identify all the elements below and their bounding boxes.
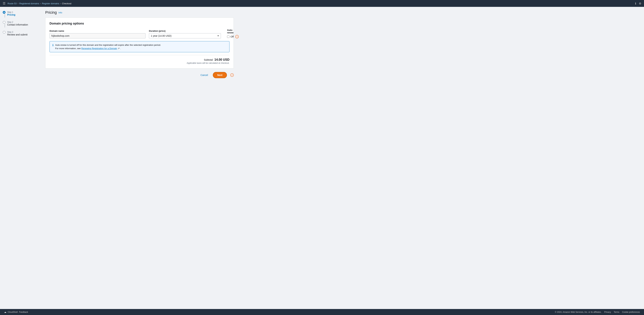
annotation-badge-1: 1	[235, 35, 239, 38]
step-3-labels: Step 3 Review and submit	[7, 31, 28, 36]
step-2-indicator	[3, 21, 6, 24]
info-icon[interactable]: ℹ	[635, 2, 636, 5]
pricing-card: Domain pricing options Domain name Durat…	[45, 18, 234, 68]
subtotal-label: Subtotal:	[204, 58, 213, 61]
info-link[interactable]: Info	[58, 11, 62, 14]
breadcrumb-register-domains[interactable]: Register domains	[42, 2, 59, 5]
step-1-item: Step 1 Pricing	[3, 11, 15, 18]
info-box: ℹ Auto-renew is turned off for this doma…	[50, 41, 230, 52]
breadcrumb: Route 53 › Registered domains › Register…	[8, 2, 71, 5]
domain-name-group: Domain name	[50, 30, 146, 38]
terms-link[interactable]: Terms	[614, 311, 619, 313]
auto-renew-label: Auto-renew	[227, 29, 239, 34]
cancel-button[interactable]: Cancel	[198, 73, 210, 78]
auto-renew-control: Off 1	[227, 35, 239, 38]
info-box-suffix: .	[120, 47, 121, 50]
breadcrumb-registered-domains[interactable]: Registered domains	[19, 2, 39, 5]
breadcrumb-route53[interactable]: Route 53	[8, 2, 16, 5]
domain-name-label: Domain name	[50, 30, 146, 32]
privacy-link[interactable]: Privacy	[604, 311, 611, 313]
breadcrumb-sep-2: ›	[40, 2, 41, 5]
duration-select[interactable]: 1 year (14.00 USD) 2 years (28.00 USD) 3…	[149, 33, 221, 38]
info-box-external-icon: ↗	[118, 47, 120, 50]
breadcrumb-sep-3: ›	[60, 2, 61, 5]
page-title: Pricing	[45, 10, 57, 15]
footer-right: © 2024, Amazon Web Services, Inc. or its…	[555, 311, 640, 313]
duration-label: Duration (price)	[149, 30, 221, 32]
auto-renew-state: Off	[230, 35, 234, 38]
content-area: Pricing Info Domain pricing options Doma…	[41, 7, 644, 309]
main-layout: Step 1 Pricing Step 2 Contact informatio…	[0, 7, 644, 309]
info-box-text: Auto-renew is turned off for this domain…	[55, 43, 161, 50]
renewing-registration-link[interactable]: Renewing Registration for a Domain	[81, 47, 117, 50]
step-3-indicator	[3, 31, 6, 34]
step-2-labels: Step 2 Contact information	[7, 21, 28, 26]
cloudshell-icon: ☁	[4, 311, 6, 313]
step-1-name: Pricing	[7, 13, 15, 16]
step-2-name: Contact information	[7, 23, 28, 26]
auto-renew-checkbox[interactable]	[227, 36, 230, 38]
duration-group: Duration (price) 1 year (14.00 USD) 2 ye…	[149, 30, 221, 38]
annotation-badge-2: 2	[230, 73, 234, 77]
subtotal-section: Subtotal: 14.00 USD Applicable taxes wil…	[50, 55, 230, 64]
card-title: Domain pricing options	[50, 22, 230, 25]
step-2-item: Step 2 Contact information	[3, 21, 28, 28]
sidebar: Step 1 Pricing Step 2 Contact informatio…	[0, 7, 41, 309]
next-button[interactable]: Next	[213, 72, 227, 78]
step-connector-2	[5, 24, 5, 28]
auto-renew-group: Auto-renew Off 1	[227, 29, 239, 38]
step-3-name: Review and submit	[7, 33, 28, 36]
topbar: ☰ Route 53 › Registered domains › Regist…	[0, 0, 644, 7]
info-box-for-more: For more information, see	[55, 47, 81, 50]
footer-left: ☁ CloudShell Feedback	[4, 311, 28, 313]
step-connector-1	[5, 14, 5, 18]
step-3-number: Step 3	[7, 31, 28, 33]
cloudshell-label: CloudShell	[8, 311, 18, 313]
step-1-number: Step 1	[7, 11, 15, 13]
step-2-number: Step 2	[7, 21, 28, 23]
footer-copyright: © 2024, Amazon Web Services, Inc. or its…	[555, 311, 602, 313]
footer: ☁ CloudShell Feedback © 2024, Amazon Web…	[0, 309, 644, 315]
duration-select-wrap: 1 year (14.00 USD) 2 years (28.00 USD) 3…	[149, 33, 221, 38]
step-3-item: Step 3 Review and submit	[3, 31, 28, 36]
subtotal-amount: 14.00 USD	[214, 58, 230, 62]
settings-icon[interactable]: ⚙	[639, 2, 641, 5]
actions-row: Cancel Next 2	[45, 72, 234, 78]
menu-icon[interactable]: ☰	[3, 2, 6, 5]
breadcrumb-sep-1: ›	[18, 2, 18, 5]
page-title-row: Pricing Info	[45, 10, 640, 15]
domain-name-input[interactable]	[50, 33, 146, 38]
subtotal-tax-note: Applicable taxes will be calculated at c…	[50, 62, 230, 64]
info-box-main-text: Auto-renew is turned off for this domain…	[55, 44, 161, 46]
info-circle-icon: ℹ	[52, 44, 54, 47]
topbar-actions: ℹ ⚙	[635, 2, 641, 5]
step-1-indicator	[3, 11, 6, 14]
feedback-link[interactable]: Feedback	[19, 311, 28, 313]
cookie-preferences-link[interactable]: Cookie preferences	[622, 311, 640, 313]
step-1-labels: Step 1 Pricing	[7, 11, 15, 16]
pricing-form-row: Domain name Duration (price) 1 year (14.…	[50, 29, 230, 38]
breadcrumb-checkout: Checkout	[62, 2, 72, 5]
